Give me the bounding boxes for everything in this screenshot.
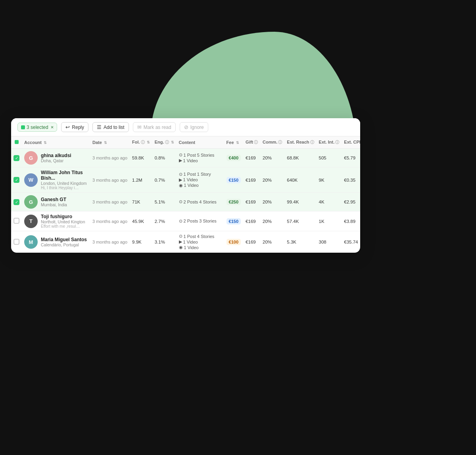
content-icon: ▶	[179, 177, 182, 182]
header-fee[interactable]: Fee ⇅	[224, 136, 243, 149]
est-reach-cell: 99.4K	[284, 193, 316, 211]
toolbar: 3 selected × ↩ Reply ☰ Add to list ✉ Mar…	[11, 118, 360, 136]
info-icon: ⓘ	[141, 140, 145, 145]
ext-int-cell: 4K	[317, 193, 342, 211]
selected-indicator	[21, 125, 25, 129]
row-checkbox[interactable]	[13, 239, 19, 245]
content-cell: ⊙2 Posts 3 Stories	[177, 211, 224, 231]
ext-cpm-cell: €0.35	[342, 167, 360, 193]
table-row: Gghina alkudsiDoha, Qatar3 months ago ag…	[11, 149, 360, 167]
header-content: Content	[177, 136, 224, 149]
ext-int-cell: 1K	[317, 211, 342, 231]
account-cell: GGanesh GTMumbai, India	[24, 195, 88, 209]
followers-cell: 45.9K	[130, 211, 152, 231]
clear-selection-button[interactable]: ×	[51, 124, 54, 130]
engagement-cell: 5.1%	[152, 193, 177, 211]
content-icon: ◉	[179, 245, 183, 250]
gift-cell: €169	[243, 193, 260, 211]
comm-cell: 20%	[260, 149, 284, 167]
account-message: Hi, I think Heyplay is great! I'd b...	[41, 186, 81, 190]
followers-cell: 1.2M	[130, 167, 152, 193]
gift-cell: €169	[243, 231, 260, 253]
account-message: Effort with me ,result with you	[41, 224, 81, 228]
date-cell: 3 months ago ago	[90, 149, 130, 167]
row-checkbox[interactable]	[13, 199, 19, 205]
content-icon: ⊙	[179, 199, 182, 204]
date-cell: 3 months ago ago	[90, 193, 130, 211]
row-checkbox[interactable]	[13, 218, 19, 224]
account-cell: Gghina alkudsiDoha, Qatar	[24, 151, 88, 165]
fee-badge: €400	[226, 155, 241, 161]
ignore-button[interactable]: ⊘ Ignore	[180, 122, 208, 132]
info-icon: ⓘ	[278, 140, 282, 145]
info-icon: ⓘ	[165, 140, 169, 145]
account-name: William John Titus Bish...	[41, 170, 88, 181]
fee-badge: €150	[226, 218, 241, 225]
header-engagement[interactable]: Eng.ⓘ ⇅	[152, 136, 177, 149]
ext-int-cell: 9K	[317, 167, 342, 193]
reply-button[interactable]: ↩ Reply	[61, 122, 88, 132]
ext-int-cell: 308	[317, 231, 342, 253]
mark-as-read-button[interactable]: ✉ Mark as read	[133, 122, 176, 132]
ext-cpm-cell: €2.95	[342, 193, 360, 211]
engagement-cell: 2.7%	[152, 211, 177, 231]
content-icon: ⊙	[179, 219, 182, 224]
content-cell: ⊙2 Posts 4 Stories	[177, 193, 224, 211]
table-row: MMaria Miguel SantosCalendário, Portugal…	[11, 231, 360, 253]
header-account[interactable]: Account ⇅	[22, 136, 90, 149]
header-gift: Giftⓘ	[243, 136, 260, 149]
avatar: W	[24, 173, 38, 187]
avatar: G	[24, 151, 38, 165]
followers-cell: 9.9K	[130, 231, 152, 253]
ignore-icon: ⊘	[184, 124, 188, 130]
ext-cpm-cell: €3.89	[342, 211, 360, 231]
content-text: 1 Post 5 Stories	[184, 153, 215, 157]
fee-badge: €150	[226, 177, 241, 183]
row-checkbox[interactable]	[13, 177, 19, 183]
content-icon: ⊙	[179, 152, 182, 157]
date-cell: 3 months ago ago	[90, 167, 130, 193]
header-date[interactable]: Date ⇅	[90, 136, 130, 149]
fee-cell: €400	[224, 149, 243, 167]
table-row: GGanesh GTMumbai, India3 months ago ago7…	[11, 193, 360, 211]
add-to-list-button[interactable]: ☰ Add to list	[92, 122, 129, 132]
followers-cell: 71K	[130, 193, 152, 211]
comm-cell: 20%	[260, 193, 284, 211]
account-location: Mumbai, India	[41, 202, 67, 207]
sort-icon: ⇅	[236, 141, 239, 145]
account-location: London, United Kingdom	[41, 181, 88, 186]
avatar: G	[24, 195, 38, 209]
table-row: TToji fushiguroNortholt, United KingtonE…	[11, 211, 360, 231]
gift-cell: €169	[243, 211, 260, 231]
account-name: Maria Miguel Santos	[41, 237, 87, 242]
avatar: T	[24, 215, 38, 228]
fee-badge: €250	[226, 199, 241, 205]
content-text: 1 Post 1 Story	[184, 172, 211, 177]
header-followers[interactable]: Fol.ⓘ ⇅	[130, 136, 152, 149]
table-header-row: Account ⇅ Date ⇅ Fol.ⓘ ⇅ Eng.ⓘ ⇅ Content	[11, 136, 360, 149]
row-checkbox[interactable]	[13, 155, 19, 161]
comm-cell: 20%	[260, 211, 284, 231]
reply-icon: ↩	[65, 124, 70, 130]
comm-cell: 20%	[260, 231, 284, 253]
header-comm: Comm.ⓘ	[260, 136, 284, 149]
account-name: ghina alkudsi	[41, 153, 71, 158]
avatar: M	[24, 235, 38, 249]
account-name: Toji fushiguro	[41, 214, 85, 219]
account-location: Northolt, United Kington	[41, 219, 85, 224]
mark-read-icon: ✉	[137, 124, 142, 130]
selected-badge[interactable]: 3 selected ×	[17, 123, 57, 132]
engagement-cell: 0.7%	[152, 167, 177, 193]
sort-icon: ⇅	[147, 140, 150, 144]
content-icon: ⊙	[179, 234, 182, 239]
main-card: 3 selected × ↩ Reply ☰ Add to list ✉ Mar…	[11, 118, 360, 253]
content-text: 1 Post 4 Stories	[184, 234, 215, 239]
content-icon: ▶	[179, 239, 182, 244]
ext-cpm-cell: €5.79	[342, 149, 360, 167]
fee-cell: €100	[224, 231, 243, 253]
header-ext-cpm: Ext. CPMⓘ	[342, 136, 360, 149]
fee-badge: €100	[226, 239, 241, 245]
est-reach-cell: 5.3K	[284, 231, 316, 253]
add-list-icon: ☰	[97, 124, 102, 130]
gift-cell: €169	[243, 167, 260, 193]
